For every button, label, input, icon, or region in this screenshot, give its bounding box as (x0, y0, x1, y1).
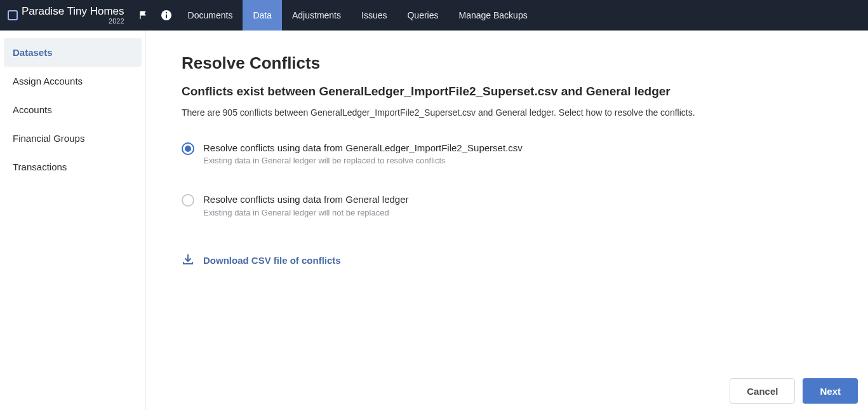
info-button[interactable] (155, 0, 178, 31)
sidebar-item-financial-groups[interactable]: Financial Groups (0, 124, 145, 153)
option-text: Resolve conflicts using data from Genera… (203, 193, 409, 217)
page-subtitle: Conflicts exist between GeneralLedger_Im… (182, 85, 832, 99)
option-sublabel: Existing data in General ledger will not… (203, 208, 409, 217)
brand[interactable]: Paradise Tiny Homes 2022 (0, 0, 132, 31)
main-nav: Documents Data Adjustments Issues Querie… (178, 0, 538, 31)
radio-selected-icon (182, 142, 194, 155)
download-conflicts-link[interactable]: Download CSV file of conflicts (182, 253, 832, 268)
nav-documents[interactable]: Documents (178, 0, 243, 31)
footer-actions: Cancel Next (730, 378, 858, 404)
sidebar-item-accounts[interactable]: Accounts (0, 95, 145, 124)
option-use-import-file[interactable]: Resolve conflicts using data from Genera… (182, 142, 832, 165)
option-label: Resolve conflicts using data from Genera… (203, 193, 409, 206)
flag-button[interactable] (132, 0, 155, 31)
svg-rect-1 (166, 15, 167, 18)
brand-year: 2022 (109, 18, 124, 25)
option-text: Resolve conflicts using data from Genera… (203, 142, 523, 165)
nav-issues[interactable]: Issues (351, 0, 397, 31)
flag-icon (138, 10, 149, 20)
option-use-general-ledger[interactable]: Resolve conflicts using data from Genera… (182, 193, 832, 217)
app-logo-icon (8, 10, 18, 20)
download-icon (182, 253, 194, 268)
svg-point-2 (165, 12, 166, 13)
resolve-options: Resolve conflicts using data from Genera… (182, 142, 832, 217)
brand-title: Paradise Tiny Homes (22, 6, 124, 17)
sidebar-item-assign-accounts[interactable]: Assign Accounts (0, 67, 145, 95)
nav-data[interactable]: Data (243, 0, 282, 31)
content: Resolve Conflicts Conflicts exist betwee… (146, 31, 868, 410)
cancel-button[interactable]: Cancel (730, 378, 795, 404)
next-button[interactable]: Next (803, 378, 858, 404)
page-title: Resolve Conflicts (182, 53, 832, 73)
nav-manage-backups[interactable]: Manage Backups (449, 0, 538, 31)
brand-text: Paradise Tiny Homes 2022 (22, 6, 124, 25)
option-label: Resolve conflicts using data from Genera… (203, 142, 523, 154)
nav-adjustments[interactable]: Adjustments (282, 0, 351, 31)
sidebar-item-transactions[interactable]: Transactions (0, 153, 145, 181)
download-label: Download CSV file of conflicts (203, 255, 341, 266)
sidebar: Datasets Assign Accounts Accounts Financ… (0, 31, 146, 410)
nav-queries[interactable]: Queries (397, 0, 448, 31)
page-description: There are 905 conflicts between GeneralL… (182, 107, 832, 118)
radio-unselected-icon (182, 194, 194, 207)
sidebar-item-datasets[interactable]: Datasets (4, 38, 142, 67)
info-icon (161, 10, 172, 21)
option-sublabel: Existing data in General ledger will be … (203, 156, 523, 165)
topbar: Paradise Tiny Homes 2022 Documents Data … (0, 0, 868, 31)
layout: Datasets Assign Accounts Accounts Financ… (0, 31, 868, 410)
